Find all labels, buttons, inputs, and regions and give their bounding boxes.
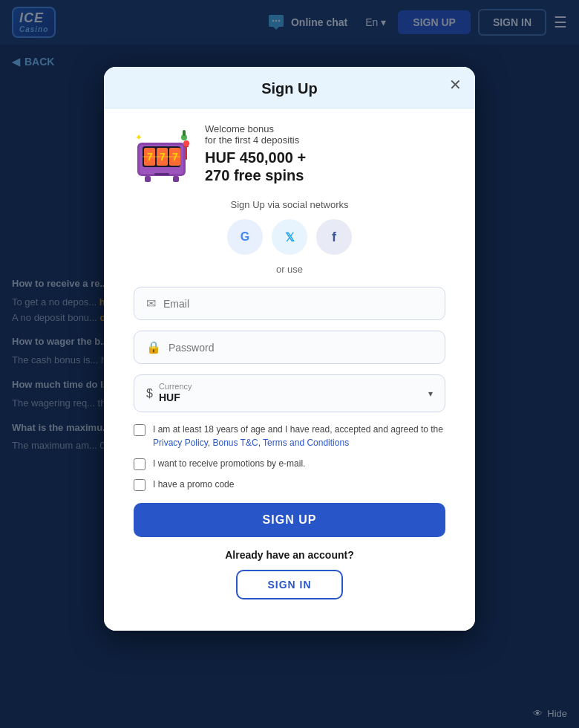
svg-rect-17 bbox=[145, 176, 151, 182]
email-input-wrapper: ✉ bbox=[134, 287, 445, 320]
promotions-checkbox[interactable] bbox=[134, 458, 145, 470]
facebook-icon: f bbox=[332, 230, 336, 245]
promotions-label: I want to receive promotions by e-mail. bbox=[153, 457, 305, 470]
bonus-tc-link[interactable]: Bonus T&C bbox=[212, 438, 258, 448]
age-terms-label: I am at least 18 years of age and I have… bbox=[153, 423, 445, 449]
google-icon: G bbox=[241, 230, 249, 244]
signup-modal: Sign Up ✕ 7 7 7 bbox=[104, 67, 475, 631]
chevron-down-icon: ▾ bbox=[428, 389, 433, 399]
lock-icon: 🔒 bbox=[146, 340, 161, 354]
currency-value: HUF bbox=[159, 391, 180, 403]
currency-form-group: $ Currency HUF ▾ bbox=[134, 374, 445, 412]
password-form-group: 🔒 bbox=[134, 331, 445, 364]
email-form-group: ✉ bbox=[134, 287, 445, 320]
bonus-text: Welcome bonus for the first 4 depositis … bbox=[205, 123, 445, 184]
svg-rect-14 bbox=[186, 145, 187, 160]
svg-rect-16 bbox=[154, 173, 169, 175]
signin-button[interactable]: SIGN IN bbox=[236, 570, 342, 599]
facebook-signup-button[interactable]: f bbox=[316, 219, 352, 255]
password-input-wrapper: 🔒 bbox=[134, 331, 445, 364]
terms-conditions-link[interactable]: Terms and Conditions bbox=[263, 438, 349, 448]
already-account-section: Already have an account? SIGN IN bbox=[134, 549, 445, 599]
svg-rect-18 bbox=[173, 176, 179, 182]
checkbox-group: I am at least 18 years of age and I have… bbox=[134, 423, 445, 491]
svg-text:✦: ✦ bbox=[135, 132, 143, 143]
social-buttons: G 𝕏 f bbox=[134, 219, 445, 255]
password-input[interactable] bbox=[169, 342, 433, 354]
promo-code-checkbox-item: I have a promo code bbox=[134, 478, 445, 491]
modal-title: Sign Up bbox=[122, 80, 457, 97]
slot-machine-icon: 7 7 7 ✦ bbox=[134, 124, 193, 183]
age-terms-checkbox[interactable] bbox=[134, 424, 145, 436]
promo-code-checkbox[interactable] bbox=[134, 479, 145, 491]
social-section: Sign Up via social networks G 𝕏 f or use bbox=[134, 199, 445, 275]
close-button[interactable]: ✕ bbox=[449, 77, 462, 92]
email-icon: ✉ bbox=[146, 296, 156, 311]
bonus-subtitle: Welcome bonus for the first 4 depositis bbox=[205, 123, 445, 146]
age-terms-checkbox-item: I am at least 18 years of age and I have… bbox=[134, 423, 445, 449]
privacy-policy-link[interactable]: Privacy Policy bbox=[153, 438, 208, 448]
currency-dropdown[interactable]: $ Currency HUF ▾ bbox=[134, 374, 445, 412]
signup-button[interactable]: SIGN UP bbox=[134, 503, 445, 537]
modal-header: Sign Up ✕ bbox=[104, 67, 475, 108]
promotions-checkbox-item: I want to receive promotions by e-mail. bbox=[134, 457, 445, 470]
twitter-icon: 𝕏 bbox=[285, 230, 295, 244]
bonus-amount: HUF 450,000 + 270 free spins bbox=[205, 149, 445, 184]
svg-point-15 bbox=[183, 140, 189, 146]
already-text: Already have an account? bbox=[134, 549, 445, 561]
modal-body: 7 7 7 ✦ Welcome bbox=[104, 108, 475, 631]
twitter-signup-button[interactable]: 𝕏 bbox=[272, 219, 307, 255]
currency-label: Currency bbox=[159, 383, 428, 391]
email-input[interactable] bbox=[163, 298, 433, 310]
currency-content: Currency HUF bbox=[159, 383, 428, 404]
svg-rect-21 bbox=[183, 130, 186, 136]
or-use-label: or use bbox=[134, 264, 445, 275]
bonus-section: 7 7 7 ✦ Welcome bbox=[134, 123, 445, 184]
dollar-icon: $ bbox=[146, 387, 153, 400]
social-label: Sign Up via social networks bbox=[134, 199, 445, 210]
google-signup-button[interactable]: G bbox=[227, 219, 263, 255]
promo-code-label: I have a promo code bbox=[153, 478, 234, 491]
